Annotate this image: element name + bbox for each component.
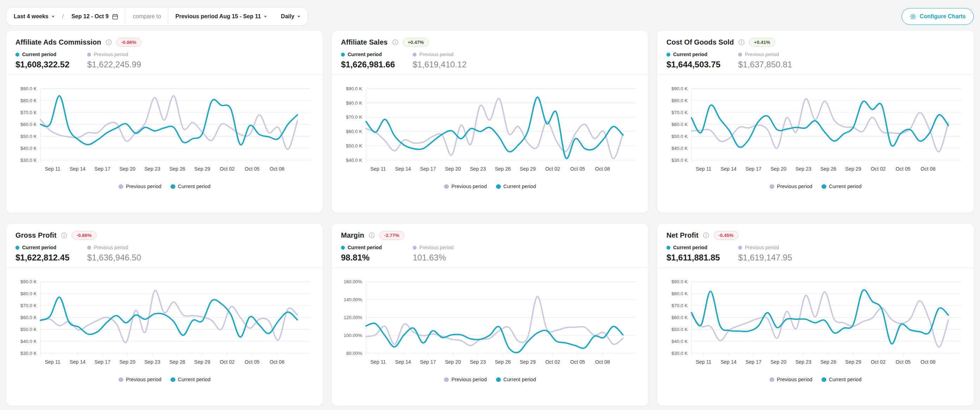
compare-to-label: compare to [126, 8, 168, 25]
card-header: Affiliate Sales +0.47% Current period [332, 31, 648, 74]
legend-previous[interactable]: Previous period [770, 377, 812, 382]
current-period-dot [16, 246, 19, 250]
metric-card: Gross Profit -0.86% Current period [6, 224, 323, 406]
line-chart[interactable]: $90.0 K$80.0 K$70.0 K$60.0 K$50.0 K$40.0… [667, 277, 964, 374]
card-title: Cost Of Goods Sold [667, 38, 734, 46]
chart-area: $90.0 K$80.0 K$70.0 K$60.0 K$50.0 K$40.0… [332, 75, 648, 213]
card-header: Gross Profit -0.86% Current period [6, 224, 323, 268]
previous-period-metric: Previous period $1,637,850.81 [738, 52, 792, 70]
svg-text:Sep 14: Sep 14 [721, 359, 737, 365]
card-header: Cost Of Goods Sold +0.41% Current period [657, 31, 974, 74]
current-period-dot [821, 377, 826, 382]
card-title: Gross Profit [16, 231, 57, 239]
legend-current[interactable]: Current period [170, 377, 210, 382]
legend-current-label: Current period [503, 184, 536, 189]
svg-text:Sep 14: Sep 14 [395, 359, 411, 365]
info-icon[interactable] [368, 232, 375, 239]
svg-text:$80.0 K: $80.0 K [21, 291, 37, 296]
configure-charts-button[interactable]: Configure Charts [902, 8, 974, 25]
previous-period-metric: Previous period 101.63% [413, 245, 453, 263]
chart-area: $90.0 K$80.0 K$70.0 K$60.0 K$50.0 K$40.0… [6, 75, 323, 213]
svg-text:$50.0 K: $50.0 K [21, 134, 37, 139]
chart-area: $90.0 K$80.0 K$70.0 K$60.0 K$50.0 K$40.0… [657, 75, 974, 213]
previous-period-dot [87, 53, 91, 57]
svg-text:Sep 20: Sep 20 [119, 166, 135, 172]
range-preset-dropdown[interactable]: Last 4 weeks [7, 8, 62, 25]
previous-period-value: $1,619,147.95 [738, 253, 792, 263]
svg-text:Sep 23: Sep 23 [145, 166, 160, 172]
svg-text:Oct 08: Oct 08 [270, 359, 284, 365]
granularity-label: Daily [281, 13, 294, 20]
current-period-dot [667, 246, 670, 250]
current-period-metric: Current period $1,626,981.66 [341, 52, 413, 70]
svg-text:$70.0 K: $70.0 K [346, 114, 362, 120]
line-chart[interactable]: 160.00%140.00%120.00%100.00%80.00%Sep 11… [341, 277, 639, 374]
svg-text:$30.0 K: $30.0 K [671, 351, 687, 356]
svg-text:Sep 26: Sep 26 [821, 166, 836, 172]
compare-period-label: Previous period Aug 15 - Sep 11 [175, 13, 261, 20]
line-chart[interactable]: $90.0 K$80.0 K$70.0 K$60.0 K$50.0 K$40.0… [667, 84, 964, 181]
card-header: Affiliate Ads Commission -0.86% Current … [6, 31, 323, 74]
legend-current[interactable]: Current period [496, 184, 536, 189]
change-badge: -0.45% [714, 231, 738, 240]
previous-period-metric: Previous period $1,619,147.95 [738, 245, 792, 263]
metric-card: Affiliate Sales +0.47% Current period [332, 31, 648, 213]
legend-current[interactable]: Current period [496, 377, 536, 382]
current-period-dot [496, 184, 501, 189]
legend-previous-label: Previous period [777, 377, 812, 382]
legend-current[interactable]: Current period [821, 377, 862, 382]
svg-text:Oct 08: Oct 08 [595, 166, 610, 172]
svg-text:Sep 14: Sep 14 [70, 359, 86, 365]
date-range-picker[interactable]: Sep 12 - Oct 9 [64, 8, 126, 25]
svg-text:$80.0 K: $80.0 K [346, 100, 362, 106]
change-badge: +0.41% [749, 38, 775, 47]
svg-text:$30.0 K: $30.0 K [671, 158, 687, 163]
svg-text:$80.0 K: $80.0 K [671, 98, 687, 103]
line-chart[interactable]: $90.0 K$80.0 K$70.0 K$60.0 K$50.0 K$40.0… [16, 84, 313, 181]
current-period-label: Current period [673, 52, 707, 57]
svg-text:Sep 20: Sep 20 [445, 166, 461, 172]
current-period-label: Current period [348, 52, 382, 57]
granularity-dropdown[interactable]: Daily [274, 8, 307, 25]
line-chart[interactable]: $90.0 K$80.0 K$70.0 K$60.0 K$50.0 K$40.0… [341, 84, 639, 181]
svg-text:80.00%: 80.00% [346, 351, 362, 356]
info-icon[interactable] [738, 39, 745, 46]
svg-text:Sep 26: Sep 26 [169, 166, 185, 172]
info-icon[interactable] [61, 232, 67, 239]
svg-text:$50.0 K: $50.0 K [346, 143, 362, 149]
chevron-down-icon [264, 16, 267, 19]
legend-previous[interactable]: Previous period [118, 184, 161, 189]
svg-text:Sep 26: Sep 26 [495, 359, 511, 365]
info-icon[interactable] [392, 39, 399, 46]
svg-text:140.00%: 140.00% [344, 297, 363, 302]
legend-previous-label: Previous period [451, 377, 487, 382]
svg-text:Oct 02: Oct 02 [545, 359, 560, 365]
chart-legend: Previous period Current period [341, 184, 639, 189]
svg-text:$90.0 K: $90.0 K [21, 279, 37, 284]
info-icon[interactable] [105, 39, 112, 46]
chart-area: 160.00%140.00%120.00%100.00%80.00%Sep 11… [332, 268, 648, 406]
svg-text:Sep 29: Sep 29 [845, 359, 861, 365]
cards-grid: Affiliate Ads Commission -0.86% Current … [0, 28, 980, 410]
legend-previous[interactable]: Previous period [118, 377, 161, 382]
current-period-metric: Current period $1,608,322.52 [16, 52, 87, 70]
legend-previous[interactable]: Previous period [444, 184, 487, 189]
legend-previous[interactable]: Previous period [770, 184, 812, 189]
legend-previous[interactable]: Previous period [444, 377, 487, 382]
info-icon[interactable] [703, 232, 710, 239]
legend-current-label: Current period [829, 184, 862, 189]
legend-current[interactable]: Current period [821, 184, 862, 189]
svg-text:Oct 02: Oct 02 [871, 166, 885, 172]
change-badge: -2.77% [379, 231, 404, 240]
svg-text:Oct 05: Oct 05 [245, 359, 259, 365]
legend-current[interactable]: Current period [170, 184, 210, 189]
previous-period-value: $1,636,946.50 [87, 253, 141, 263]
previous-period-value: 101.63% [413, 253, 453, 263]
svg-text:Oct 08: Oct 08 [595, 359, 610, 365]
svg-text:$30.0 K: $30.0 K [21, 158, 37, 163]
line-chart[interactable]: $90.0 K$80.0 K$70.0 K$60.0 K$50.0 K$40.0… [16, 277, 313, 374]
previous-period-metric: Previous period $1,619,410.12 [413, 52, 466, 70]
compare-period-dropdown[interactable]: Previous period Aug 15 - Sep 11 [169, 8, 274, 25]
previous-period-metric: Previous period $1,622,245.99 [87, 52, 141, 70]
change-badge: +0.47% [403, 38, 429, 47]
